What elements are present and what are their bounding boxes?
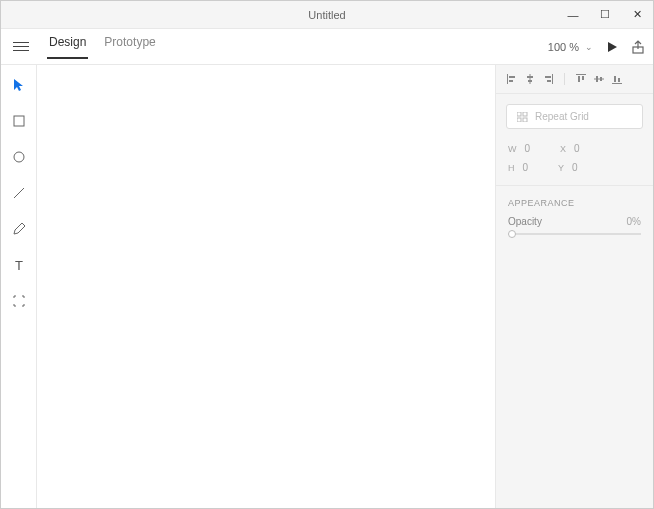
svg-rect-5 [507, 74, 508, 84]
align-center-h-icon[interactable] [524, 73, 536, 85]
svg-rect-7 [509, 80, 513, 82]
topbar-right: 100 % ⌄ [548, 40, 645, 54]
topbar: Design Prototype 100 % ⌄ [1, 29, 653, 65]
preview-button[interactable] [605, 40, 619, 54]
align-bottom-icon[interactable] [611, 73, 623, 85]
svg-rect-17 [594, 79, 604, 80]
minimize-button[interactable]: — [557, 1, 589, 29]
align-right-icon[interactable] [542, 73, 554, 85]
svg-rect-8 [530, 74, 531, 84]
svg-rect-25 [517, 118, 521, 122]
appearance-header: APPEARANCE [496, 185, 653, 214]
titlebar: Untitled — ☐ ✕ [1, 1, 653, 29]
repeat-grid-icon [517, 112, 529, 122]
menu-button[interactable] [9, 38, 33, 55]
svg-rect-1 [14, 116, 24, 126]
svg-rect-9 [527, 76, 533, 78]
x-label: X [560, 144, 566, 154]
height-label: H [508, 163, 515, 173]
width-value[interactable]: 0 [525, 143, 531, 154]
svg-text:T: T [15, 259, 23, 271]
svg-rect-20 [612, 83, 622, 84]
share-button[interactable] [631, 40, 645, 54]
svg-rect-23 [517, 112, 521, 116]
dim-row-xy: H0 Y0 [496, 158, 653, 177]
window-controls: — ☐ ✕ [557, 1, 653, 29]
svg-point-2 [14, 152, 24, 162]
artboard-tool[interactable] [9, 291, 29, 311]
opacity-label: Opacity [508, 216, 542, 227]
svg-rect-21 [614, 76, 616, 82]
properties-panel: Repeat Grid W0 X0 H0 Y0 APPEARANCE Opaci… [495, 65, 653, 508]
svg-rect-22 [618, 78, 620, 82]
align-left-icon[interactable] [506, 73, 518, 85]
opacity-slider[interactable] [508, 233, 641, 235]
svg-rect-10 [528, 80, 532, 82]
zoom-dropdown[interactable]: 100 % ⌄ [548, 41, 593, 53]
height-value[interactable]: 0 [523, 162, 529, 173]
svg-rect-13 [547, 80, 551, 82]
repeat-grid-button[interactable]: Repeat Grid [506, 104, 643, 129]
tools-toolbar: T [1, 65, 37, 508]
opacity-slider-thumb[interactable] [508, 230, 516, 238]
svg-rect-18 [596, 76, 598, 82]
align-row [496, 65, 653, 94]
text-tool[interactable]: T [9, 255, 29, 275]
opacity-value: 0% [627, 216, 641, 227]
select-tool[interactable] [9, 75, 29, 95]
chevron-down-icon: ⌄ [585, 42, 593, 52]
opacity-row: Opacity 0% [496, 214, 653, 229]
svg-rect-6 [509, 76, 515, 78]
svg-rect-14 [576, 74, 586, 75]
svg-rect-16 [582, 76, 584, 80]
maximize-button[interactable]: ☐ [589, 1, 621, 29]
ellipse-tool[interactable] [9, 147, 29, 167]
rectangle-tool[interactable] [9, 111, 29, 131]
window-title: Untitled [308, 9, 345, 21]
pen-tool[interactable] [9, 219, 29, 239]
canvas[interactable] [37, 65, 495, 508]
close-button[interactable]: ✕ [621, 1, 653, 29]
repeat-grid-label: Repeat Grid [535, 111, 589, 122]
svg-rect-12 [545, 76, 551, 78]
svg-rect-19 [600, 77, 602, 81]
x-value[interactable]: 0 [574, 143, 580, 154]
tab-prototype[interactable]: Prototype [102, 35, 157, 59]
y-value[interactable]: 0 [572, 162, 578, 173]
tab-design[interactable]: Design [47, 35, 88, 59]
mode-tabs: Design Prototype [47, 35, 158, 59]
svg-rect-15 [578, 76, 580, 82]
svg-rect-26 [523, 118, 527, 122]
align-center-v-icon[interactable] [593, 73, 605, 85]
line-tool[interactable] [9, 183, 29, 203]
dim-row-wh: W0 X0 [496, 139, 653, 158]
svg-rect-24 [523, 112, 527, 116]
svg-line-3 [14, 188, 24, 198]
zoom-value: 100 % [548, 41, 579, 53]
width-label: W [508, 144, 517, 154]
align-top-icon[interactable] [575, 73, 587, 85]
svg-rect-11 [552, 74, 553, 84]
y-label: Y [558, 163, 564, 173]
main-area: T Repeat Grid W0 X0 [1, 65, 653, 508]
